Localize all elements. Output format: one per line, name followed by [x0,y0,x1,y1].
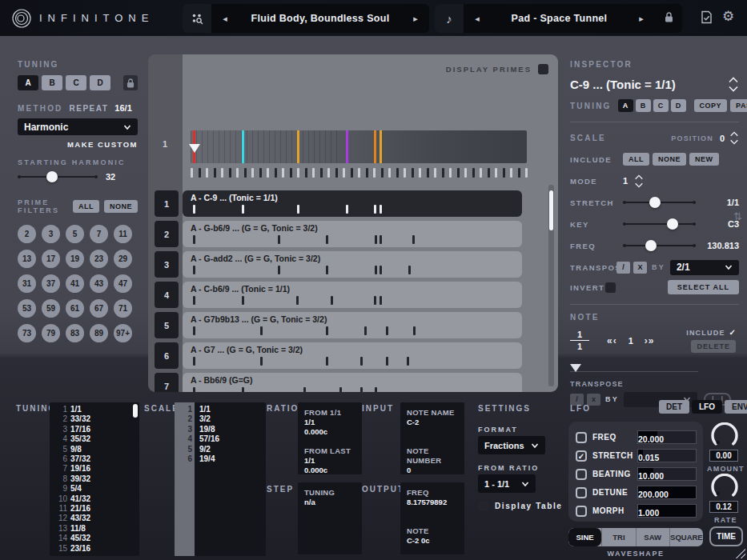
playhead-triangle-marker[interactable] [189,144,200,153]
display-table-checkbox[interactable] [478,501,488,511]
tuning-list-item[interactable]: 95/4 [54,484,135,494]
prime-filter-73[interactable]: 73 [18,324,36,342]
scale-list-item[interactable]: 19/8 [199,425,261,434]
save-preset-button[interactable] [700,10,713,24]
lfo-morph-field[interactable]: 1.000 [637,504,697,518]
prime-filter-61[interactable]: 61 [66,299,84,318]
scale-row-button[interactable]: A - G7 ... (G = G, Tonic = 3/2) [183,342,522,369]
prime-filter-41[interactable]: 41 [66,274,84,293]
freq-slider[interactable] [623,240,696,251]
make-custom-link[interactable]: MAKE CUSTOM [18,140,138,149]
scale-row-button[interactable]: A - G-b6/9 ... (G = G, Tonic = 3/2) [183,221,522,247]
scrollbar-thumb[interactable] [549,190,553,230]
primes-none-button[interactable]: NONE [104,200,138,213]
prime-filter-53[interactable]: 53 [18,299,36,318]
prime-filter-19[interactable]: 19 [66,250,84,268]
prime-filter-83[interactable]: 83 [66,324,84,342]
note-position-slider[interactable] [570,364,739,374]
prev-tuning-preset-button[interactable]: ◂ [211,14,239,24]
lfo-beating-checkbox[interactable] [576,469,587,480]
scale-ratio-list[interactable]: 1/13/219/857/169/219/4 [195,402,266,556]
tuning-lock-button[interactable] [123,75,138,90]
transpose-ratio-dropdown[interactable]: 2/1 [670,260,739,275]
mode-value[interactable]: 1 [623,176,628,186]
tuning-list-item[interactable]: 1445/32 [54,534,135,543]
method-dropdown[interactable]: Harmonic [18,118,138,135]
display-primes-checkbox[interactable] [538,64,548,74]
chevron-down-icon[interactable] [728,86,739,92]
time-button[interactable]: TIME [709,526,743,546]
amount-knob[interactable] [711,422,738,450]
amount-value[interactable]: 0.00 [709,450,738,462]
prime-filter-97plus[interactable]: 97+ [114,324,132,342]
format-dropdown[interactable]: Fractions [478,436,545,454]
starting-harmonic-knob[interactable] [46,171,58,182]
note-prev-button[interactable]: «‹ [607,335,617,346]
lfo-morph-checkbox[interactable] [576,506,587,517]
prime-filter-71[interactable]: 71 [114,299,132,318]
scale-row-button[interactable]: A - G-add2 ... (G = G, Tonic = 3/2) [183,251,522,278]
prime-filter-37[interactable]: 37 [42,274,60,293]
stretch-slider[interactable] [623,197,696,208]
note-index-value[interactable]: 1 [629,336,633,346]
tab-lfo[interactable]: LFO [692,400,722,414]
lfo-stretch-checkbox[interactable]: ✓ [576,450,587,462]
stretch-knob[interactable] [649,197,661,208]
scale-list-item[interactable]: 19/4 [199,454,261,464]
settings-button[interactable]: ⚙ [722,8,734,25]
lfo-detune-field[interactable]: 200.000 [637,486,697,499]
tuning-list-item[interactable]: 233/32 [54,414,135,424]
waveshape-saw[interactable]: SAW [636,528,669,546]
select-all-button[interactable]: SELECT ALL [668,280,739,294]
prime-filter-67[interactable]: 67 [90,299,108,318]
tuning-list-item[interactable]: 1523/16 [54,544,135,554]
lfo-beating-field[interactable]: 10.000 [637,467,697,481]
tuning-slot-d[interactable]: D [90,75,110,90]
repeat-label[interactable]: REPEAT [70,104,109,113]
starting-harmonic-slider[interactable] [18,171,98,182]
preset-lock-button[interactable] [655,11,682,26]
note-delete-button[interactable]: DELETE [691,340,736,353]
tuning-list-item[interactable]: 839/32 [54,474,135,484]
lfo-stretch-field[interactable]: 0.015 [637,449,697,462]
tab-env[interactable]: ENV [725,400,747,414]
waveshape-sine[interactable]: SINE [568,528,601,546]
chevron-up-icon[interactable] [729,131,739,137]
tuning-list-item[interactable]: 1311/8 [54,524,135,534]
prime-filter-3[interactable]: 3 [42,225,60,243]
lfo-detune-checkbox[interactable] [576,487,587,498]
scale-row-button[interactable]: A - Bb6/9 (G=G) [183,373,522,392]
inspector-slot-d[interactable]: D [671,99,686,112]
key-freq-link-icon[interactable]: ⇅ [733,210,742,222]
prime-filter-23[interactable]: 23 [90,250,108,268]
scale-row-button[interactable]: A - C-b6/9 ... (Tonic = 1/1) [183,282,522,308]
browse-tunings-button[interactable] [183,4,211,33]
include-new-button[interactable]: NEW [689,153,719,166]
note-slider-handle[interactable] [570,364,581,372]
note-ratio-fraction[interactable]: 1 1 [570,330,589,351]
rate-knob[interactable] [711,474,738,501]
prime-filter-79[interactable]: 79 [42,324,60,342]
note-include-checkbox[interactable]: ✓ [729,328,736,337]
lfo-freq-field[interactable]: 20.000 [637,430,697,444]
prime-filter-29[interactable]: 29 [114,250,132,268]
chevron-up-icon[interactable] [728,77,739,83]
primes-all-button[interactable]: ALL [73,200,99,213]
lfo-freq-checkbox[interactable] [576,432,587,443]
sound-preset-name[interactable]: Pad - Space Tunnel [491,13,628,24]
prime-filter-59[interactable]: 59 [42,299,60,318]
tuning-list-item[interactable]: 719/16 [54,464,135,474]
browse-sounds-button[interactable]: ♪ [435,4,464,33]
chevron-down-icon[interactable] [634,182,644,188]
next-tuning-preset-button[interactable]: ▸ [402,14,429,24]
waveshape-tri[interactable]: TRI [601,528,635,546]
include-all-button[interactable]: ALL [623,153,649,166]
position-stepper[interactable] [729,131,739,145]
scale-list-item[interactable]: 3/2 [199,414,261,424]
freq-knob[interactable] [645,240,657,251]
inspector-slot-b[interactable]: B [636,99,651,112]
tuning-slot-c[interactable]: C [66,75,86,90]
note-next-button[interactable]: ›» [645,335,655,346]
transpose-multiply-button[interactable]: X [633,262,647,274]
include-none-button[interactable]: NONE [653,153,686,166]
